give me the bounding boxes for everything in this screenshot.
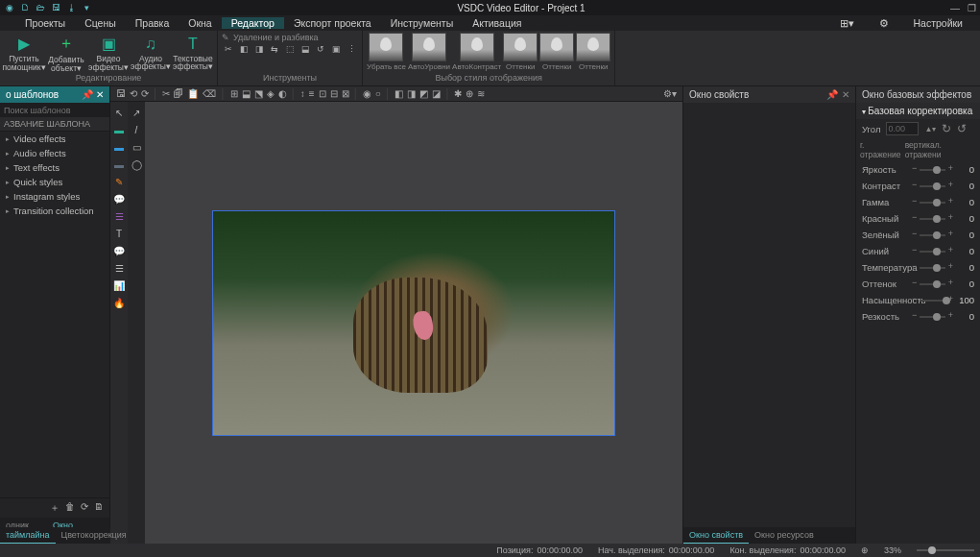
pencil-draw-icon[interactable]: ✎ [112,175,126,188]
settings-gear-icon[interactable]: ⚙ [870,17,898,29]
tb-al-icon[interactable]: ◧ [394,88,403,99]
tb-ab-icon[interactable]: ◪ [432,88,441,99]
menu-scenes[interactable]: Сцены [75,17,126,29]
style-thumb-clearall[interactable] [369,33,403,61]
slider-9[interactable] [920,316,945,318]
rotate-icon[interactable]: ↺ [314,42,327,56]
flip-h-label[interactable]: г. отражение [860,140,905,159]
tab-resources[interactable]: Окно ресурсов [749,527,820,544]
props-close-icon[interactable]: ✕ [842,89,849,100]
zoom-target-icon[interactable]: ⊕ [861,545,869,555]
slider-4[interactable] [920,234,945,236]
fx-section-basic[interactable]: Базовая корректировка [856,103,980,119]
tb-align2-icon[interactable]: ⬔ [254,88,263,99]
tb-align1-icon[interactable]: ⬓ [242,88,251,99]
stepper-icon[interactable]: ▲▾ [924,125,936,133]
tb-center-icon[interactable]: ◉ [363,88,371,99]
audio-effects-button[interactable]: ♫Аудио эффекты▾ [131,33,171,73]
slider-6[interactable] [920,267,945,269]
tb-box1-icon[interactable]: ⊡ [319,88,326,99]
frame-icon[interactable]: ▣ [329,42,343,56]
templates-search-input[interactable] [4,105,111,115]
ellipse-icon[interactable]: ◯ [130,157,143,171]
tpl-audio-effects[interactable]: Audio effects [0,146,109,160]
menu-windows[interactable]: Окна [179,17,221,29]
props-pin-icon[interactable]: 📌 [826,89,838,100]
angle-input[interactable] [886,122,919,135]
layout-icon[interactable]: ⊞▾ [830,17,864,29]
tb-box3-icon[interactable]: ⊠ [342,88,349,99]
tb-cut-icon[interactable]: ✂ [162,88,170,99]
menu-lines-icon[interactable]: ☰ [112,209,126,223]
tb-save-icon[interactable]: 🖫 [116,88,126,99]
tpl-quick-styles[interactable]: Quick styles [0,175,109,189]
shape-green-icon[interactable]: ▬ [112,123,126,136]
canvas-area[interactable] [145,102,682,544]
tab-timeline[interactable]: таймлайна [0,527,56,544]
tpl-transition-collection[interactable]: Transition collection [0,204,109,218]
arrow-icon[interactable]: ↗ [130,106,143,119]
video-effects-button[interactable]: ▣Видео эффекты▾ [88,33,129,73]
slider-5[interactable] [920,251,945,253]
lines-icon[interactable]: ☰ [112,261,126,275]
tpl-text-effects[interactable]: Text effects [0,160,109,175]
menu-activation[interactable]: Активация [463,17,531,29]
shape-grey-icon[interactable]: ▬ [112,157,126,171]
minimize-button[interactable]: — [950,3,960,13]
style-thumb-tint3[interactable] [576,33,610,61]
line-icon[interactable]: / [130,123,143,136]
slider-2[interactable] [920,202,945,204]
rotate-ccw-icon[interactable]: ↺ [957,122,967,135]
tb-wave-icon[interactable]: ≋ [477,88,485,99]
tb-gear-icon[interactable]: ⚙▾ [663,88,677,99]
style-thumb-autolevels[interactable] [412,33,446,61]
tb-flipv-icon[interactable]: ↕ [300,88,305,99]
pin-icon[interactable]: 📌 ✕ [82,89,104,100]
pencil-icon[interactable]: ✎ [222,33,229,42]
style-thumb-tint1[interactable] [503,33,538,61]
tpl-add-icon[interactable]: ＋ [50,501,60,515]
tab-properties[interactable]: Окно свойств [683,527,749,544]
qat-new-icon[interactable]: 🗋 [19,2,31,13]
tb-add-icon[interactable]: ⊕ [466,88,473,99]
split-right-icon[interactable]: ◨ [252,42,266,56]
add-object-button[interactable]: ＋Добавить объект▾ [46,33,86,73]
text-effects-button[interactable]: TТекстовые эффекты▾ [173,33,213,73]
settings-label[interactable]: Настройки [904,17,973,29]
tb-mask-icon[interactable]: ◈ [267,88,275,99]
cut-icon[interactable]: ✂ [222,42,235,56]
pointer-icon[interactable]: ↖ [112,106,126,119]
menu-editor[interactable]: Редактор [222,17,284,29]
tb-grid-icon[interactable]: ⊞ [230,88,238,99]
tpl-instagram-styles[interactable]: Instagram styles [0,189,109,204]
qat-save-icon[interactable]: 🖫 [50,2,61,13]
tpl-delete-icon[interactable]: 🗑 [65,501,75,515]
preview-canvas[interactable] [212,210,615,436]
bubble-icon[interactable]: 💬 [112,192,126,206]
split-left-icon[interactable]: ◧ [237,42,251,56]
menu-tools[interactable]: Инструменты [381,17,463,29]
tb-circle-icon[interactable]: ◐ [278,88,287,99]
tb-copy-icon[interactable]: 🗐 [174,88,183,99]
chart-icon[interactable]: 📊 [112,278,126,292]
tb-undo-icon[interactable]: ⟲ [130,88,137,99]
tb-redo-icon[interactable]: ⟳ [141,88,149,99]
slider-3[interactable] [920,218,945,220]
qat-export-icon[interactable]: ⭳ [65,2,77,13]
tpl-video-effects[interactable]: Video effects [0,132,109,146]
launch-wizard-button[interactable]: ▶Пустить помощник▾ [4,33,44,73]
menu-export[interactable]: Экспорт проекта [284,17,381,29]
tb-fit-icon[interactable]: ○ [375,88,381,99]
fire-icon[interactable]: 🔥 [112,296,126,309]
rotate-cw-icon[interactable]: ↻ [942,122,951,135]
tb-at-icon[interactable]: ◩ [419,88,428,99]
menu-projects[interactable]: Проекты [15,17,75,29]
style-thumb-tint2[interactable] [539,33,574,61]
tpl-copy-icon[interactable]: 🗎 [94,501,104,515]
tb-delete-icon[interactable]: ⌫ [203,88,216,99]
slider-8[interactable] [920,300,945,302]
rect-icon[interactable]: ▭ [130,140,143,154]
swap-icon[interactable]: ⇆ [268,42,281,56]
menu-edit[interactable]: Правка [126,17,179,29]
flip-v-label[interactable]: вертикал. отражени [905,140,976,159]
